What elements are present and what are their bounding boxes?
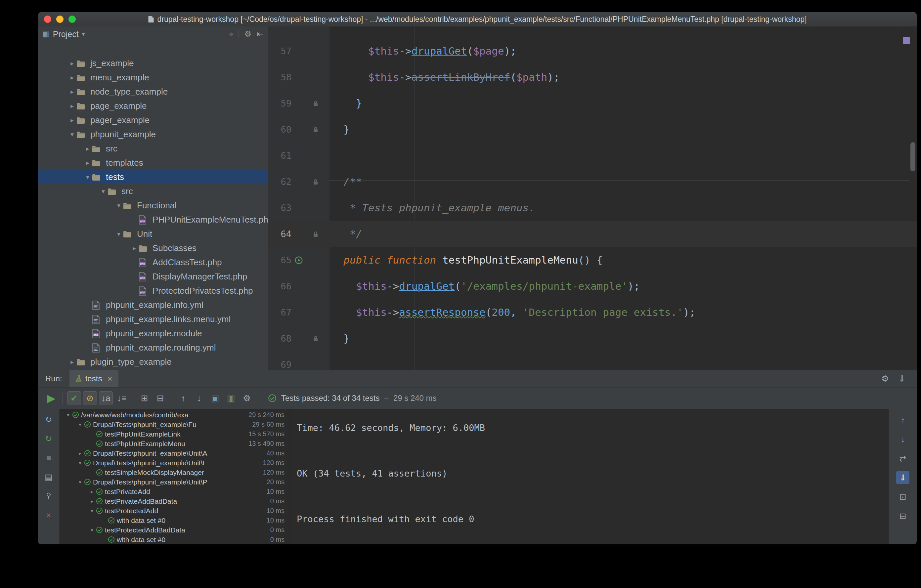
tree-arrow-icon[interactable]: ▾ — [68, 127, 76, 141]
rerun-failed-icon[interactable]: ↻ — [43, 432, 55, 445]
import-test-results-icon[interactable]: ▥ — [224, 391, 238, 405]
test-tree-item-testProtectedAdd[interactable]: ▾testProtectedAdd10 ms — [60, 506, 289, 516]
settings-gear-icon[interactable]: ⚙ — [881, 374, 889, 384]
project-tree-item-menu_example[interactable]: ▸menu_example — [38, 70, 268, 84]
close-window-button[interactable] — [44, 16, 51, 23]
tree-arrow-icon[interactable]: ▸ — [68, 84, 76, 99]
show-ignored-icon[interactable]: ⊘ — [83, 391, 97, 405]
editor-line-63[interactable]: 63 * Tests phpunit_example menus. — [268, 195, 917, 221]
test-tree-item-testPhpUnitExampleLink[interactable]: testPhpUnitExampleLink15 s 570 ms — [60, 429, 289, 439]
project-tree-item-PHPUnitExampleMenuTest.php[interactable]: phpPHPUnitExampleMenuTest.php — [38, 213, 268, 227]
editor-line-64[interactable]: 64 */ — [268, 221, 917, 247]
project-panel-title[interactable]: Project — [53, 29, 79, 39]
tree-arrow-icon[interactable]: ▸ — [68, 355, 76, 369]
inspection-indicator[interactable] — [903, 37, 910, 44]
tree-arrow-icon[interactable]: ▾ — [76, 422, 84, 427]
expand-all-icon[interactable]: ⊞ — [138, 391, 151, 405]
tree-arrow-icon[interactable]: ▸ — [88, 489, 96, 495]
tree-arrow-icon[interactable]: ▾ — [114, 198, 123, 213]
editor-line-57[interactable]: 57 $this->drupalGet($page); — [268, 38, 917, 64]
tree-arrow-icon[interactable]: ▾ — [114, 227, 123, 241]
editor-line-62[interactable]: 62 /** — [268, 169, 917, 195]
collapse-all-icon[interactable]: ⊟ — [153, 391, 168, 405]
project-tree-item-phpunit_example.links.menu.yml[interactable]: phpunit_example.links.menu.yml — [38, 312, 268, 326]
scroll-down-icon[interactable]: ↓ — [896, 432, 910, 446]
scroll-up-icon[interactable]: ↑ — [896, 413, 910, 427]
test-tree-item-testSimpleMockDisplayManager[interactable]: testSimpleMockDisplayManager120 ms — [60, 468, 289, 477]
run-test-gutter-icon[interactable] — [294, 256, 303, 265]
project-tree-item-phpunit_example.info.yml[interactable]: phpunit_example.info.yml — [38, 298, 268, 312]
test-tree-item-Drupal-Tests-phpunit-example-Unit-A[interactable]: ▸Drupal\Tests\phpunit_example\Unit\A40 m… — [60, 448, 289, 458]
project-tree-item-tests[interactable]: ▾tests — [38, 170, 268, 184]
editor-line-60[interactable]: 60 } — [268, 116, 917, 143]
console-icon[interactable]: ▤ — [43, 471, 55, 483]
project-tree-item-js_example[interactable]: ▸js_example — [38, 56, 268, 70]
previous-occurrence-icon[interactable]: ↑ — [176, 391, 190, 405]
test-tree-item-testPhpUnitExampleMenu[interactable]: testPhpUnitExampleMenu13 s 490 ms — [60, 439, 289, 448]
project-tree-item-src[interactable]: ▸src — [38, 141, 268, 156]
editor-code-area[interactable]: 57 $this->drupalGet($page);58 $this->ass… — [268, 26, 917, 370]
test-tree-item--var-www-web-modules-contrib-exa[interactable]: ▾/var/www/web/modules/contrib/exa29 s 24… — [60, 410, 289, 420]
project-tree-item-phpunit_example.module[interactable]: phpphpunit_example.module — [38, 326, 268, 341]
tree-arrow-icon[interactable]: ▾ — [76, 460, 84, 466]
next-occurrence-icon[interactable]: ↓ — [192, 391, 206, 405]
editor-scrollbar[interactable] — [910, 142, 915, 171]
project-tree-item-Functional[interactable]: ▾Functional — [38, 198, 268, 213]
test-tree-item-Drupal-Tests-phpunit-example-Unit-I[interactable]: ▾Drupal\Tests\phpunit_example\Unit\I120 … — [60, 458, 289, 468]
editor-line-65[interactable]: 65 public function testPhpUnitExampleMen… — [268, 247, 917, 273]
rerun-icon[interactable]: ↻ — [43, 413, 55, 425]
run-button[interactable]: ▶ — [44, 391, 58, 405]
test-tree-item-Drupal-Tests-phpunit-example-Unit-P[interactable]: ▾Drupal\Tests\phpunit_example\Unit\P20 m… — [60, 477, 289, 487]
editor-line-61[interactable]: 61 — [268, 143, 917, 169]
stop-icon[interactable]: ■ — [43, 452, 55, 464]
editor-line-68[interactable]: 68 } — [268, 325, 917, 352]
test-tree-item-testPrivateAdd[interactable]: ▸testPrivateAdd10 ms — [60, 487, 289, 496]
locate-file-icon[interactable]: ⌖ — [229, 29, 234, 39]
scroll-to-end-icon[interactable]: ⇓ — [896, 471, 910, 484]
project-tree-item-plugin_type_example[interactable]: ▸plugin_type_example — [38, 355, 268, 369]
test-tree-item-Drupal-Tests-phpunit-example-Fu[interactable]: ▾Drupal\Tests\phpunit_example\Fu29 s 60 … — [60, 420, 289, 429]
tree-arrow-icon[interactable]: ▸ — [130, 241, 138, 255]
project-tree-item-src[interactable]: ▾src — [38, 184, 268, 198]
project-tree-item-pager_example[interactable]: ▸pager_example — [38, 113, 268, 127]
minimize-window-button[interactable] — [56, 16, 63, 23]
project-tree-item-Subclasses[interactable]: ▸Subclasses — [38, 241, 268, 255]
editor-line-58[interactable]: 58 $this->assertLinkByHref($path); — [268, 64, 917, 90]
close-icon[interactable]: × — [43, 509, 55, 521]
show-passed-icon[interactable]: ✔ — [67, 391, 81, 405]
project-tree-item-phpunit_example[interactable]: ▾phpunit_example — [38, 127, 268, 141]
test-tree-item-testProtectedAddBadData[interactable]: ▾testProtectedAddBadData0 ms — [60, 525, 289, 535]
tree-arrow-icon[interactable]: ▸ — [88, 499, 96, 504]
clear-all-icon[interactable]: ⊟ — [896, 509, 910, 523]
print-icon[interactable]: ⊡ — [896, 490, 910, 504]
project-tree-item-ProtectedPrivatesTest.php[interactable]: phpProtectedPrivatesTest.php — [38, 284, 268, 298]
tree-arrow-icon[interactable]: ▾ — [83, 170, 92, 184]
export-test-results-icon[interactable]: ▣ — [208, 391, 222, 405]
project-tree-item-templates[interactable]: ▸templates — [38, 156, 268, 170]
project-tree-item-page_example[interactable]: ▸page_example — [38, 99, 268, 113]
project-tree-item-Unit[interactable]: ▾Unit — [38, 227, 268, 241]
test-tree-item-with-data-set-#0[interactable]: with data set #00 ms — [60, 535, 289, 544]
tree-arrow-icon[interactable]: ▾ — [99, 184, 107, 198]
tree-arrow-icon[interactable]: ▸ — [68, 113, 76, 127]
project-tree-item-phpunit_example.routing.yml[interactable]: phpunit_example.routing.yml — [38, 341, 268, 355]
run-tab-tests[interactable]: tests × — [70, 370, 119, 387]
tree-arrow-icon[interactable]: ▾ — [64, 412, 72, 418]
editor-line-69[interactable]: 69 — [268, 352, 917, 370]
soft-wrap-icon[interactable]: ⇄ — [896, 452, 910, 465]
tree-arrow-icon[interactable]: ▾ — [88, 527, 96, 533]
tree-arrow-icon[interactable]: ▸ — [76, 450, 84, 456]
settings-gear-icon[interactable]: ⚙ — [244, 29, 251, 39]
dock-pinned-icon[interactable]: ⇓ — [898, 374, 905, 384]
chevron-down-icon[interactable]: ▾ — [82, 31, 85, 38]
hide-panel-icon[interactable]: ⇤ — [257, 29, 263, 39]
tree-arrow-icon[interactable]: ▾ — [88, 508, 96, 514]
test-tree-item-testPrivateAddBadData[interactable]: ▸testPrivateAddBadData0 ms — [60, 496, 289, 506]
tree-arrow-icon[interactable]: ▸ — [68, 70, 76, 84]
sort-by-duration-icon[interactable]: ↓≡ — [115, 391, 129, 405]
close-tab-icon[interactable]: × — [107, 374, 112, 384]
tree-arrow-icon[interactable]: ▸ — [68, 99, 76, 113]
pin-icon[interactable] — [43, 490, 55, 502]
project-tree-item-node_type_example[interactable]: ▸node_type_example — [38, 84, 268, 99]
tree-arrow-icon[interactable]: ▸ — [83, 156, 92, 170]
